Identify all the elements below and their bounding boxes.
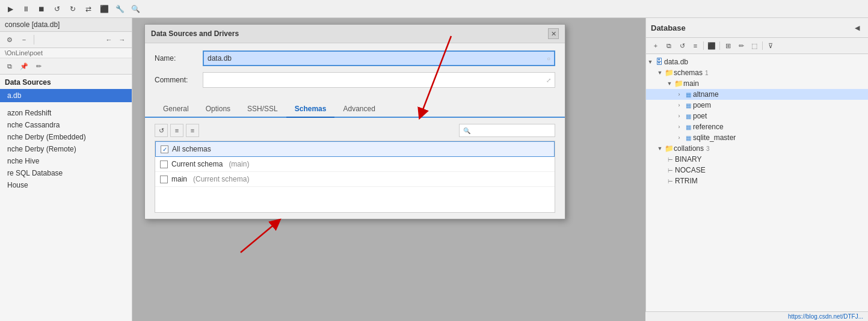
schemas-expand-btn[interactable]: ≡ bbox=[170, 124, 183, 137]
tree-badge-collations: 3 bbox=[706, 145, 710, 152]
schema-label-all: All schemas bbox=[172, 145, 211, 153]
driver-item[interactable]: nche Derby (Remote) bbox=[0, 143, 132, 155]
right-collapse-btn[interactable]: ◀ bbox=[851, 22, 863, 34]
tree-node-poet[interactable]: › ▦ poet bbox=[646, 111, 868, 121]
tree-badge-schemas: 1 bbox=[705, 70, 709, 76]
tree-node-collations[interactable]: ▼ 📁 collations 3 bbox=[646, 143, 868, 154]
schema-checkbox-main[interactable] bbox=[160, 176, 168, 183]
tab-schemas[interactable]: Schemas bbox=[286, 101, 335, 118]
tab-sshssl[interactable]: SSH/SSL bbox=[239, 101, 286, 117]
tree-node-main[interactable]: ▼ 📁 main bbox=[646, 78, 868, 89]
tree-node-binary[interactable]: ⊢ BINARY bbox=[646, 154, 868, 165]
driver-item[interactable]: azon Redshift bbox=[0, 107, 132, 119]
left-edit-toolbar: ⧉ 📌 ✏ bbox=[0, 58, 132, 75]
run-btn[interactable]: ▶ bbox=[4, 2, 17, 16]
schema-row-all[interactable]: ✓ All schemas bbox=[155, 141, 555, 157]
console-title: console [data.db] bbox=[0, 18, 132, 32]
schema-checkbox-all[interactable]: ✓ bbox=[161, 145, 168, 153]
tab-general[interactable]: General bbox=[155, 101, 197, 117]
tree-toggle-poet[interactable]: › bbox=[675, 113, 683, 119]
main-toolbar: ▶ ⏸ ⏹ ↺ ↻ ⇄ ⬛ 🔧 🔍 bbox=[0, 0, 868, 18]
folder-icon-main: 📁 bbox=[674, 79, 683, 88]
tree-toggle-main[interactable]: ▼ bbox=[665, 81, 674, 87]
tree-label-sqlite: sqlite_master bbox=[693, 133, 736, 142]
driver-list: azon Redshift nche Cassandra nche Derby … bbox=[0, 107, 132, 191]
schemas-search[interactable]: 🔍 bbox=[459, 124, 555, 137]
rt-stop-btn[interactable]: ⬛ bbox=[706, 40, 718, 52]
left-settings-btn[interactable]: ⚙ bbox=[4, 34, 16, 46]
driver-item[interactable]: re SQL Database bbox=[0, 167, 132, 179]
tree-label-main: main bbox=[683, 79, 699, 88]
schemas-collapse-btn[interactable]: ≡ bbox=[186, 124, 199, 137]
tree-node-root[interactable]: ▼ 🗄 data.db bbox=[646, 57, 868, 67]
tree-toggle-schemas[interactable]: ▼ bbox=[656, 70, 664, 76]
nav-forward-btn[interactable]: → bbox=[116, 34, 128, 46]
tree-toggle-altname[interactable]: › bbox=[675, 91, 683, 97]
schema-row-current[interactable]: Current schema (main) bbox=[155, 157, 555, 172]
right-panel: Database ◀ + ⧉ ↺ ≡ ⬛ ⊞ ✏ ⬚ ⊽ ▼ 🗄 data.db bbox=[645, 18, 868, 321]
comment-input[interactable]: ⤢ bbox=[203, 72, 555, 88]
tree-toggle-poem[interactable]: › bbox=[675, 102, 683, 108]
tree-label-rtrim: RTRIM bbox=[675, 177, 698, 185]
tree-toggle-sqlite[interactable]: › bbox=[675, 135, 683, 141]
name-label: Name: bbox=[155, 54, 203, 63]
transfer-btn[interactable]: ⇄ bbox=[82, 2, 95, 16]
rt-copy-btn[interactable]: ⧉ bbox=[663, 40, 675, 52]
refresh-btn[interactable]: ↺ bbox=[51, 2, 64, 16]
data-source-active[interactable]: a.db bbox=[0, 89, 132, 102]
tree-toggle-reference[interactable]: › bbox=[675, 124, 683, 130]
tree-node-nocase[interactable]: ⊢ NOCASE bbox=[646, 165, 868, 176]
tree-label-poet: poet bbox=[693, 112, 707, 120]
name-input[interactable]: data.db ○ bbox=[203, 50, 555, 66]
rt-filter2-btn[interactable]: ≡ bbox=[689, 40, 701, 52]
tree-node-rtrim[interactable]: ⊢ RTRIM bbox=[646, 176, 868, 186]
main-layout: console [data.db] ⚙ − ← → \OnLine\poet ⧉… bbox=[0, 18, 868, 321]
db-icon: 🗄 bbox=[654, 58, 664, 66]
dialog-close-btn[interactable]: ✕ bbox=[548, 28, 559, 39]
rt-table-btn[interactable]: ⊞ bbox=[722, 40, 734, 52]
tree-node-reference[interactable]: › ▦ reference bbox=[646, 121, 868, 132]
tree-toggle-collations[interactable]: ▼ bbox=[656, 145, 664, 151]
search-btn[interactable]: 🔍 bbox=[129, 2, 142, 16]
tab-options[interactable]: Options bbox=[197, 101, 239, 117]
square-btn[interactable]: ⬛ bbox=[97, 2, 111, 16]
comment-row: Comment: ⤢ bbox=[155, 72, 555, 88]
rt-refresh-btn[interactable]: ↺ bbox=[676, 40, 688, 52]
driver-item[interactable]: nche Cassandra bbox=[0, 119, 132, 131]
left-pin-btn[interactable]: 📌 bbox=[18, 60, 30, 72]
collation-icon-binary: ⊢ bbox=[665, 156, 675, 163]
right-header: Database ◀ bbox=[646, 18, 868, 38]
left-toolbar-sep bbox=[34, 35, 34, 44]
left-minimize-btn[interactable]: − bbox=[18, 34, 30, 46]
tree-node-poem[interactable]: › ▦ poem bbox=[646, 100, 868, 111]
schema-row-main[interactable]: main (Current schema) bbox=[155, 172, 555, 187]
svg-line-1 bbox=[241, 222, 277, 252]
driver-item[interactable]: House bbox=[0, 179, 132, 191]
tree-node-altname[interactable]: › ▦ altname bbox=[646, 89, 868, 100]
rt-funnel-btn[interactable]: ⊽ bbox=[765, 40, 777, 52]
stop-btn[interactable]: ⏹ bbox=[35, 2, 48, 16]
settings-btn[interactable]: 🔧 bbox=[113, 2, 126, 16]
name-value: data.db bbox=[208, 54, 232, 63]
driver-item[interactable]: nche Hive bbox=[0, 155, 132, 167]
left-copy-btn[interactable]: ⧉ bbox=[4, 60, 16, 72]
schema-checkbox-current[interactable] bbox=[160, 160, 168, 168]
tab-advanced[interactable]: Advanced bbox=[334, 101, 383, 117]
rt-sep3 bbox=[762, 41, 763, 50]
tree-node-schemas[interactable]: ▼ 📁 schemas 1 bbox=[646, 67, 868, 78]
schemas-refresh-btn[interactable]: ↺ bbox=[155, 124, 168, 137]
schemas-toolbar: ↺ ≡ ≡ 🔍 bbox=[155, 124, 555, 137]
dialog: Data Sources and Drivers ✕ Name: data.db… bbox=[144, 24, 565, 219]
rt-edit-btn[interactable]: ✏ bbox=[735, 40, 747, 52]
rt-add-btn[interactable]: + bbox=[650, 40, 662, 52]
rt-sql-btn[interactable]: ⬚ bbox=[748, 40, 760, 52]
tree-toggle-root[interactable]: ▼ bbox=[646, 59, 654, 65]
tree-label-binary: BINARY bbox=[675, 155, 701, 164]
driver-item[interactable]: nche Derby (Embedded) bbox=[0, 131, 132, 143]
pause-btn[interactable]: ⏸ bbox=[19, 2, 32, 16]
nav-back-btn[interactable]: ← bbox=[103, 34, 115, 46]
table-icon-poet: ▦ bbox=[683, 113, 693, 120]
left-edit-btn[interactable]: ✏ bbox=[32, 60, 45, 72]
redo-btn[interactable]: ↻ bbox=[66, 2, 79, 16]
tree-node-sqlite-master[interactable]: › ▦ sqlite_master bbox=[646, 132, 868, 143]
